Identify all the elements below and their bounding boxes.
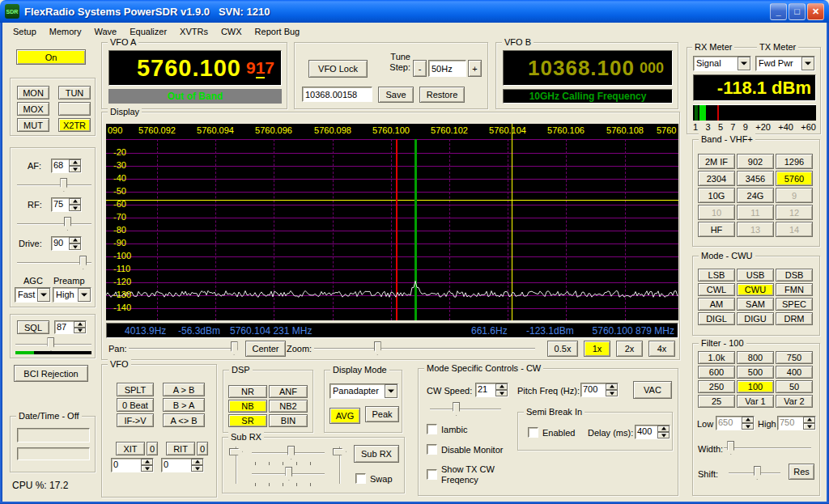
center-button[interactable]: Center <box>245 341 286 357</box>
rit-button[interactable]: RIT <box>166 442 195 455</box>
mode-drm-button[interactable]: DRM <box>776 312 813 325</box>
nb2-button[interactable]: NB2 <box>269 400 308 413</box>
memory-frequency-field[interactable]: 10368.00158 <box>302 87 372 102</box>
cw-speed-slider-thumb[interactable] <box>453 402 460 416</box>
vac-button[interactable]: VAC <box>633 381 672 399</box>
menu-xvtrs[interactable]: XVTRs <box>173 25 215 38</box>
band-902-button[interactable]: 902 <box>737 154 774 169</box>
maximize-button[interactable]: □ <box>789 3 806 20</box>
close-button[interactable]: ✕ <box>807 3 824 20</box>
pitch-freq-spinner[interactable]: 700 <box>580 383 619 397</box>
xit-button[interactable]: XIT <box>116 442 145 455</box>
a-to-b-button[interactable]: A > B <box>163 383 205 396</box>
bci-rejection-button[interactable]: BCI Rejection <box>14 365 88 382</box>
filter-50-button[interactable]: 50 <box>776 380 813 393</box>
band-24g-button[interactable]: 24G <box>737 188 774 203</box>
zoom-05x-button[interactable]: 0.5x <box>547 341 578 357</box>
main-rx-pan-slider[interactable] <box>252 467 325 481</box>
sub-rx-pan-thumb[interactable] <box>287 446 295 460</box>
rx-meter-dropdown-arrow[interactable] <box>738 57 750 70</box>
drive-slider[interactable] <box>17 256 91 270</box>
disable-monitor-checkbox[interactable] <box>427 444 437 455</box>
tune-step-down-button[interactable]: - <box>413 60 427 77</box>
agc-select[interactable]: Fast <box>15 287 51 303</box>
swap-checkbox[interactable] <box>355 473 366 484</box>
sub-rx-gain-slider[interactable] <box>229 447 244 484</box>
sub-rx-gain-thumb[interactable] <box>229 448 243 455</box>
filter-600-button[interactable]: 600 <box>698 366 735 379</box>
restore-button[interactable]: Restore <box>419 87 465 103</box>
preamp-select[interactable]: High <box>53 287 91 303</box>
sql-spinner[interactable]: 87 <box>54 320 87 334</box>
cw-speed-slider[interactable] <box>430 402 501 417</box>
filter-100-button[interactable]: 100 <box>737 380 774 393</box>
vfo-b-frequency-display[interactable]: 10368.100 000 <box>503 50 673 86</box>
zoom-4x-button[interactable]: 4x <box>648 341 675 357</box>
filter-500-button[interactable]: 500 <box>737 366 774 379</box>
agc-dropdown-arrow[interactable] <box>37 288 50 302</box>
avg-button[interactable]: AVG <box>329 408 360 424</box>
xit-clear-button[interactable]: 0 <box>147 442 158 455</box>
band-2mif-button[interactable]: 2M IF <box>698 154 735 169</box>
sql-slider[interactable] <box>15 337 91 352</box>
menu-report-bug[interactable]: Report Bug <box>249 25 307 38</box>
tune-step-up-button[interactable]: + <box>468 60 482 77</box>
rit-clear-button[interactable]: 0 <box>197 442 208 455</box>
xit-spinner[interactable]: 0 <box>111 458 154 472</box>
iambic-checkbox[interactable] <box>427 424 437 434</box>
mode-lsb-button[interactable]: LSB <box>698 269 735 282</box>
pan-slider-thumb[interactable] <box>231 341 238 355</box>
band-3456-button[interactable]: 3456 <box>737 171 774 186</box>
res-button[interactable]: Res <box>789 464 814 480</box>
filter-var1-button[interactable]: Var 1 <box>737 395 774 408</box>
split-button[interactable]: SPLT <box>117 383 154 396</box>
main-rx-gain-thumb[interactable] <box>333 448 346 455</box>
spectrum-display[interactable]: -20-30-40-50-60-70-80-90-100-110-120-130… <box>106 124 678 320</box>
band-1296-button[interactable]: 1296 <box>776 154 813 169</box>
filter-width-slider[interactable] <box>724 441 811 455</box>
band-10g-button[interactable]: 10G <box>698 188 735 203</box>
drive-spinner[interactable]: 90 <box>51 236 82 251</box>
peak-button[interactable]: Peak <box>365 406 399 422</box>
mode-cwu-button[interactable]: CWU <box>737 283 774 296</box>
tx-meter-dropdown-arrow[interactable] <box>801 57 814 70</box>
rf-slider[interactable] <box>17 217 91 231</box>
blank-button[interactable] <box>58 102 91 116</box>
rf-slider-thumb[interactable] <box>64 217 71 231</box>
band-5760-button[interactable]: 5760 <box>776 171 813 186</box>
tune-step-field[interactable]: 50Hz <box>428 60 466 77</box>
drive-slider-thumb[interactable] <box>79 256 87 269</box>
filter-1k-button[interactable]: 1.0k <box>698 351 735 364</box>
main-rx-pan-thumb[interactable] <box>285 467 292 481</box>
mut-button[interactable]: MUT <box>17 118 49 132</box>
anf-button[interactable]: ANF <box>269 385 308 398</box>
mode-am-button[interactable]: AM <box>698 298 735 311</box>
mode-sam-button[interactable]: SAM <box>737 298 774 311</box>
zoom-slider[interactable] <box>314 341 535 356</box>
mode-dsb-button[interactable]: DSB <box>776 269 813 282</box>
mode-usb-button[interactable]: USB <box>737 269 774 282</box>
zoom-2x-button[interactable]: 2x <box>616 341 643 357</box>
power-on-button[interactable]: On <box>16 49 86 65</box>
menu-memory[interactable]: Memory <box>43 25 88 38</box>
mon-button[interactable]: MON <box>17 86 49 100</box>
sql-slider-thumb[interactable] <box>47 337 54 351</box>
save-button[interactable]: Save <box>378 87 414 103</box>
filter-width-thumb[interactable] <box>727 441 734 455</box>
vfo-a-frequency-display[interactable]: 5760.100 917 <box>108 50 282 86</box>
pan-slider[interactable] <box>129 341 238 356</box>
zero-beat-button[interactable]: 0 Beat <box>117 398 154 412</box>
preamp-dropdown-arrow[interactable] <box>78 288 91 302</box>
rit-spinner[interactable]: 0 <box>161 458 204 472</box>
show-tx-cw-checkbox[interactable] <box>427 469 437 480</box>
nr-button[interactable]: NR <box>228 385 267 398</box>
display-mode-select[interactable]: Panadapter <box>329 383 398 399</box>
semi-enabled-checkbox[interactable] <box>528 427 538 438</box>
sr-button[interactable]: SR <box>228 414 267 427</box>
menu-cwx[interactable]: CWX <box>215 25 249 38</box>
mode-digu-button[interactable]: DIGU <box>737 312 774 325</box>
af-slider-thumb[interactable] <box>60 178 67 192</box>
delay-spinner[interactable]: 400 <box>635 425 670 439</box>
af-spinner[interactable]: 68 <box>51 159 82 173</box>
display-mode-dropdown-arrow[interactable] <box>385 384 397 398</box>
